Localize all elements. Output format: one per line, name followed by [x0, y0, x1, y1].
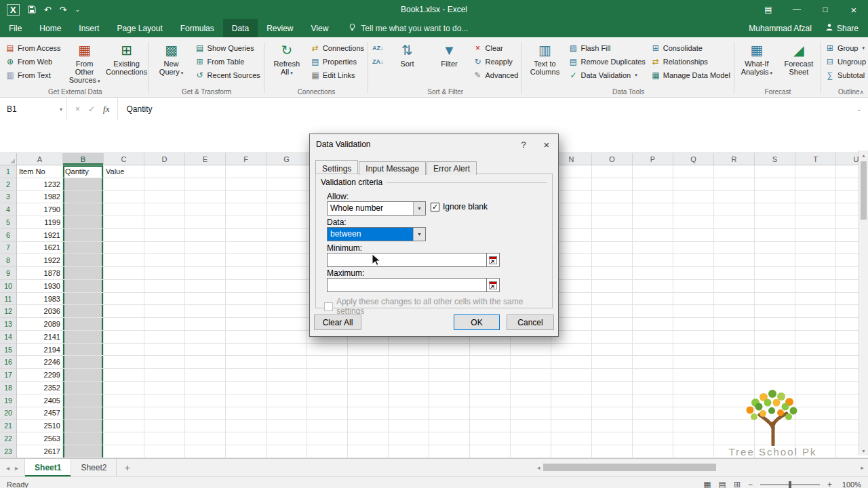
cell-b6[interactable] — [63, 229, 104, 242]
cell-s16[interactable] — [755, 356, 795, 369]
cell-f16[interactable] — [226, 356, 267, 369]
cell-d17[interactable] — [144, 369, 185, 382]
cell-o21[interactable] — [592, 420, 633, 432]
cell-s10[interactable] — [755, 280, 795, 293]
cell-p12[interactable] — [633, 305, 673, 318]
cell-f23[interactable] — [226, 445, 267, 458]
cell-l16[interactable] — [470, 356, 511, 369]
normal-view-icon[interactable]: ▦ — [703, 480, 711, 488]
cell-j19[interactable] — [389, 394, 429, 407]
sheet-tab-sheet2[interactable]: Sheet2 — [71, 459, 117, 476]
cell-a15[interactable]: 2194 — [17, 344, 63, 357]
cell-s17[interactable] — [755, 369, 795, 382]
cell-o20[interactable] — [592, 407, 633, 420]
cell-q13[interactable] — [673, 318, 714, 331]
cell-e18[interactable] — [185, 382, 226, 394]
ribbon-button-from-other-sources[interactable]: ▦From OtherSources▾ — [64, 40, 105, 86]
cell-d13[interactable] — [144, 318, 185, 331]
cell-q14[interactable] — [673, 331, 714, 344]
cell-p1[interactable] — [633, 165, 673, 178]
cell-b12[interactable] — [63, 305, 104, 318]
cell-t15[interactable] — [795, 344, 836, 357]
cell-a7[interactable]: 1621 — [17, 242, 63, 255]
cell-o16[interactable] — [592, 356, 633, 369]
cell-q16[interactable] — [673, 356, 714, 369]
cell-o12[interactable] — [592, 305, 633, 318]
cell-t12[interactable] — [795, 305, 836, 318]
column-header-q[interactable]: Q — [673, 153, 714, 165]
ribbon-button-show-queries[interactable]: ▤Show Queries — [193, 43, 262, 54]
cell-f20[interactable] — [226, 407, 267, 420]
cell-d6[interactable] — [144, 229, 185, 242]
row-header-1[interactable]: 1 — [0, 165, 17, 178]
cell-p8[interactable] — [633, 254, 673, 267]
cell-e2[interactable] — [185, 178, 226, 191]
cell-q4[interactable] — [673, 203, 714, 216]
zoom-level[interactable]: 100% — [840, 481, 861, 488]
tab-data[interactable]: Data — [223, 19, 258, 37]
column-header-r[interactable]: R — [714, 153, 755, 165]
row-header-15[interactable]: 15 — [0, 344, 17, 357]
ribbon-button-what-if-analysis[interactable]: ▦What-IfAnalysis▾ — [736, 40, 777, 83]
cell-b23[interactable] — [63, 445, 104, 458]
dialog-tab-settings[interactable]: Settings — [315, 160, 358, 174]
row-header-21[interactable]: 21 — [0, 420, 17, 432]
cell-p3[interactable] — [633, 191, 673, 204]
cell-n22[interactable] — [551, 432, 592, 445]
new-sheet-button[interactable]: + — [117, 459, 137, 476]
cell-r10[interactable] — [714, 280, 755, 293]
data-dropdown-arrow-icon[interactable]: ▼ — [413, 228, 425, 241]
cell-n20[interactable] — [551, 407, 592, 420]
cell-a8[interactable]: 1922 — [17, 254, 63, 267]
cell-f11[interactable] — [226, 293, 267, 306]
cell-s7[interactable] — [755, 242, 795, 255]
cell-c14[interactable] — [104, 331, 144, 344]
cell-o10[interactable] — [592, 280, 633, 293]
collapse-ribbon-icon[interactable]: ∧ — [859, 89, 864, 96]
cell-p2[interactable] — [633, 178, 673, 191]
cell-c18[interactable] — [104, 382, 144, 394]
cell-s15[interactable] — [755, 344, 795, 357]
column-header-g[interactable]: G — [267, 153, 307, 165]
column-header-b[interactable]: B — [63, 153, 104, 165]
cell-s11[interactable] — [755, 293, 795, 306]
cell-c4[interactable] — [104, 203, 144, 216]
cell-t13[interactable] — [795, 318, 836, 331]
allow-dropdown-arrow-icon[interactable]: ▼ — [413, 202, 425, 215]
cell-a1[interactable]: Item No — [17, 165, 63, 178]
ribbon-button-forecast-sheet[interactable]: ◢ForecastSheet — [778, 40, 819, 83]
cell-a2[interactable]: 1232 — [17, 178, 63, 191]
allow-dropdown[interactable]: Whole number ▼ — [327, 201, 426, 216]
scroll-right-icon[interactable]: ▸ — [861, 464, 864, 471]
checkbox-checked-icon[interactable]: ✓ — [431, 203, 439, 211]
cell-c15[interactable] — [104, 344, 144, 357]
cell-b5[interactable] — [63, 216, 104, 229]
cell-b22[interactable] — [63, 432, 104, 445]
cell-q20[interactable] — [673, 407, 714, 420]
cell-b15[interactable] — [63, 344, 104, 357]
cell-b7[interactable] — [63, 242, 104, 255]
row-header-2[interactable]: 2 — [0, 178, 17, 191]
data-dropdown[interactable]: between ▼ — [327, 227, 426, 241]
cell-g23[interactable] — [267, 445, 307, 458]
cell-f14[interactable] — [226, 331, 267, 344]
cell-g1[interactable] — [267, 165, 307, 178]
cell-c22[interactable] — [104, 432, 144, 445]
cell-q10[interactable] — [673, 280, 714, 293]
sheet-tab-sheet1[interactable]: Sheet1 — [24, 459, 71, 476]
ribbon-button-clear[interactable]: ×Clear — [471, 43, 521, 54]
cell-d19[interactable] — [144, 394, 185, 407]
cell-e17[interactable] — [185, 369, 226, 382]
cell-a5[interactable]: 1199 — [17, 216, 63, 229]
cell-d12[interactable] — [144, 305, 185, 318]
maximum-range-picker-icon[interactable] — [486, 278, 500, 292]
cell-c19[interactable] — [104, 394, 144, 407]
cell-s1[interactable] — [755, 165, 795, 178]
checkbox-unchecked-icon[interactable] — [324, 302, 333, 311]
cell-c5[interactable] — [104, 216, 144, 229]
vertical-scrollbar[interactable]: ▲ ▼ — [859, 150, 868, 455]
ribbon-button-edit-links[interactable]: ▦Edit Links — [309, 70, 366, 81]
cell-e23[interactable] — [185, 445, 226, 458]
row-header-7[interactable]: 7 — [0, 242, 17, 255]
tab-home[interactable]: Home — [31, 19, 70, 37]
